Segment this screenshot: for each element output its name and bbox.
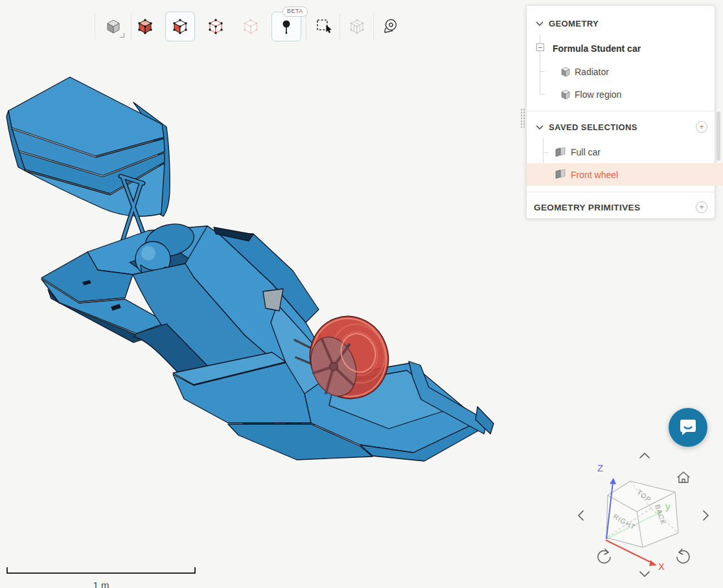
saved-selection-full-car[interactable]: Full car bbox=[527, 142, 723, 163]
rotate-down-chevron[interactable] bbox=[640, 572, 649, 576]
mesh-button bbox=[342, 12, 372, 41]
properties-panel: GEOMETRY Formula Student car Radiator Fl… bbox=[526, 5, 715, 219]
roll-counterclockwise-icon[interactable] bbox=[598, 549, 610, 563]
tree-node-root[interactable]: Formula Student car bbox=[527, 38, 723, 59]
saved-selection-front-wheel[interactable]: Front wheel bbox=[527, 163, 723, 186]
edge-select-cube-icon bbox=[207, 18, 224, 35]
rotate-right-chevron[interactable] bbox=[704, 511, 708, 520]
saved-selections-header[interactable]: SAVED SELECTIONS + bbox=[527, 116, 715, 138]
rotate-up-chevron[interactable] bbox=[640, 453, 649, 458]
saved-selection-faces-icon bbox=[554, 147, 567, 158]
tree-node-label: Flow region bbox=[575, 89, 621, 100]
geometry-section-title: GEOMETRY bbox=[549, 19, 599, 28]
volume-select-cube-icon bbox=[137, 18, 154, 35]
vertex-select-button bbox=[236, 12, 266, 41]
beta-badge: BETA bbox=[282, 6, 308, 17]
add-geometry-primitive-button[interactable]: + bbox=[696, 201, 707, 213]
geometry-body-cube-icon bbox=[560, 89, 571, 100]
measure-tape-icon bbox=[381, 17, 400, 36]
volume-select-button[interactable] bbox=[130, 12, 160, 41]
saved-selection-label: Front wheel bbox=[571, 170, 618, 180]
car-model[interactable] bbox=[6, 77, 494, 461]
geometry-primitives-title: GEOMETRY PRIMITIVES bbox=[534, 203, 640, 212]
toolbar-divider bbox=[306, 14, 306, 40]
z-axis-label: Z bbox=[597, 462, 603, 473]
application-window: { "toolbar": { "beta_badge": "BETA", "bu… bbox=[0, 0, 723, 588]
add-saved-selection-button[interactable]: + bbox=[696, 121, 707, 133]
chevron-down-icon[interactable] bbox=[536, 124, 544, 130]
saved-selections-title: SAVED SELECTIONS bbox=[549, 122, 637, 132]
orientation-gizmo[interactable]: TOP RIGHT BACK Z X y bbox=[570, 447, 723, 588]
tree-node-label: Radiator bbox=[575, 67, 609, 77]
home-view-icon[interactable] bbox=[678, 472, 689, 482]
chevron-down-icon[interactable] bbox=[536, 21, 544, 27]
geometry-section-header[interactable]: GEOMETRY bbox=[527, 12, 715, 34]
rotate-left-chevron[interactable] bbox=[579, 511, 583, 520]
saved-selection-label: Full car bbox=[571, 147, 601, 157]
root-node-label: Formula Student car bbox=[553, 43, 641, 54]
body-select-button[interactable] bbox=[98, 12, 128, 41]
edge-select-button[interactable] bbox=[201, 12, 231, 41]
chat-support-button[interactable] bbox=[669, 408, 707, 447]
vertex-select-cube-icon bbox=[242, 18, 259, 35]
face-select-cube-icon bbox=[172, 18, 189, 35]
roll-clockwise-icon[interactable] bbox=[677, 549, 689, 563]
toolbar-divider bbox=[373, 14, 374, 40]
scale-bar-label: 1 m bbox=[6, 580, 196, 588]
geometry-primitives-header[interactable]: GEOMETRY PRIMITIVES + bbox=[527, 196, 715, 218]
y-axis-label: y bbox=[665, 501, 671, 512]
box-select-icon bbox=[315, 17, 334, 36]
chat-bubble-icon bbox=[678, 417, 698, 438]
face-select-button[interactable] bbox=[165, 12, 195, 41]
toolbar-divider bbox=[95, 14, 95, 40]
measure-button[interactable] bbox=[376, 12, 406, 41]
mesh-cube-icon bbox=[349, 18, 365, 35]
geometry-body-cube-icon bbox=[560, 67, 571, 77]
probe-point-pin-icon bbox=[278, 18, 295, 35]
dropdown-corner-mark bbox=[120, 33, 124, 38]
toolbar-divider bbox=[339, 14, 340, 40]
tree-node-flow-region[interactable]: Flow region bbox=[527, 84, 723, 105]
tree-node-radiator[interactable]: Radiator bbox=[527, 62, 723, 82]
saved-selection-faces-icon bbox=[554, 169, 567, 180]
panel-resize-handle[interactable] bbox=[520, 108, 525, 128]
x-axis-label: X bbox=[658, 561, 665, 572]
box-select-button[interactable] bbox=[310, 12, 339, 41]
scrollbar-thumb[interactable] bbox=[717, 111, 720, 161]
